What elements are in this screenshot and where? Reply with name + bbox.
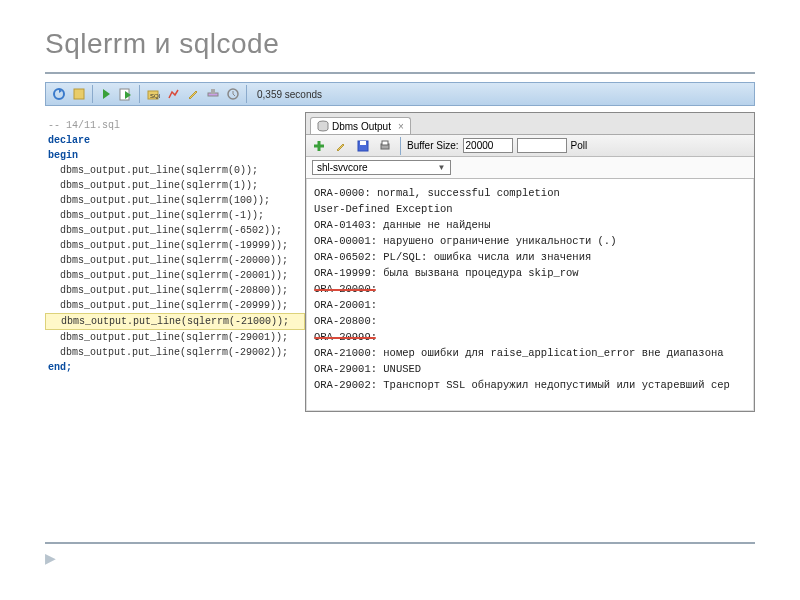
dbms-output-pane: Dbms Output × Buffer Size: Poll shl-svvc… (305, 112, 755, 412)
output-line: ORA-20999: (314, 329, 746, 345)
print-icon[interactable] (376, 137, 394, 155)
output-line: ORA-29001: UNUSED (314, 361, 746, 377)
output-line: ORA-19999: была вызвана процедура skip_r… (314, 265, 746, 281)
output-body: ORA-0000: normal, successful completionU… (306, 179, 754, 411)
output-line: ORA-20000: (314, 281, 746, 297)
connection-selector[interactable]: shl-svvcore ▼ (312, 160, 451, 175)
title-word-1: Sqlerrm (45, 28, 155, 59)
output-line: ORA-06502: PL/SQL: ошибка числа или знач… (314, 249, 746, 265)
slide-title: Sqlerrm и sqlcode (0, 0, 800, 72)
sep (139, 85, 140, 103)
code-line: dbms_output.put_line(sqlerrm(-20000)); (45, 253, 305, 268)
title-divider (45, 72, 755, 74)
code-editor[interactable]: -- 14/11.sql declare begin dbms_output.p… (45, 112, 305, 412)
tab-label: Dbms Output (332, 121, 391, 132)
svg-rect-1 (74, 89, 84, 99)
connection-name: shl-svvcore (317, 162, 368, 173)
code-line: dbms_output.put_line(sqlerrm(-19999)); (45, 238, 305, 253)
sql-toolbar: SQL 0,359 seconds (45, 82, 755, 106)
title-word-3: sqlcode (171, 28, 279, 59)
output-toolbar: Buffer Size: Poll (306, 135, 754, 157)
elapsed-time: 0,359 seconds (257, 89, 322, 100)
svg-rect-6 (211, 89, 215, 94)
sep (246, 85, 247, 103)
main-area: -- 14/11.sql declare begin dbms_output.p… (45, 112, 755, 412)
output-line: ORA-00001: нарушено ограничение уникальн… (314, 233, 746, 249)
output-line: ORA-29002: Транспорт SSL обнаружил недоп… (314, 377, 746, 393)
code-line: dbms_output.put_line(sqlerrm(100)); (45, 193, 305, 208)
edit-icon[interactable] (184, 85, 202, 103)
autotrace-icon[interactable] (164, 85, 182, 103)
refresh-icon[interactable] (50, 85, 68, 103)
tab-dbms-output[interactable]: Dbms Output × (310, 117, 411, 134)
output-line: User-Defined Exception (314, 201, 746, 217)
run-icon[interactable] (97, 85, 115, 103)
buffer-label: Buffer Size: (407, 140, 459, 151)
code-line: dbms_output.put_line(sqlerrm(-1)); (45, 208, 305, 223)
underline-mark (314, 337, 376, 339)
db-icon (317, 120, 329, 132)
code-line: dbms_output.put_line(sqlerrm(-29001)); (45, 330, 305, 345)
output-line: ORA-01403: данные не найдены (314, 217, 746, 233)
play-icon: ▶ (45, 550, 800, 566)
sep (400, 137, 401, 155)
add-icon[interactable] (310, 137, 328, 155)
chevron-down-icon: ▼ (438, 163, 446, 172)
code-line: dbms_output.put_line(sqlerrm(1)); (45, 178, 305, 193)
svg-text:SQL: SQL (150, 93, 160, 99)
underline-mark (314, 289, 376, 291)
explain-icon[interactable]: SQL (144, 85, 162, 103)
code-line: dbms_output.put_line(sqlerrm(-20800)); (45, 283, 305, 298)
code-line: dbms_output.put_line(sqlerrm(-20001)); (45, 268, 305, 283)
footer-divider (45, 542, 755, 544)
poll-interval-input[interactable] (517, 138, 567, 153)
code-line: dbms_output.put_line(sqlerrm(-29002)); (45, 345, 305, 360)
svg-rect-10 (360, 141, 366, 145)
save-icon[interactable] (354, 137, 372, 155)
code-line: dbms_output.put_line(sqlerrm(0)); (45, 163, 305, 178)
code-comment: -- 14/11.sql (45, 118, 305, 133)
edit-icon[interactable] (332, 137, 350, 155)
sep (92, 85, 93, 103)
poll-label: Poll (571, 140, 588, 151)
worksheet-icon[interactable] (70, 85, 88, 103)
run-script-icon[interactable] (117, 85, 135, 103)
code-line: dbms_output.put_line(sqlerrm(-21000)); (45, 313, 305, 330)
history-icon[interactable] (224, 85, 242, 103)
title-word-2: и (155, 28, 171, 59)
svg-rect-12 (382, 141, 388, 145)
kw-declare: declare (45, 133, 305, 148)
code-line: dbms_output.put_line(sqlerrm(-20999)); (45, 298, 305, 313)
clear-icon[interactable] (204, 85, 222, 103)
output-line: ORA-0000: normal, successful completion (314, 185, 746, 201)
buffer-size-input[interactable] (463, 138, 513, 153)
output-line: ORA-21000: номер ошибки для raise_applic… (314, 345, 746, 361)
output-line: ORA-20800: (314, 313, 746, 329)
output-line: ORA-20001: (314, 297, 746, 313)
kw-begin: begin (45, 148, 305, 163)
tab-strip: Dbms Output × (306, 113, 754, 135)
connection-row: shl-svvcore ▼ (306, 157, 754, 179)
kw-end: end; (45, 360, 305, 375)
close-icon[interactable]: × (398, 121, 404, 132)
code-line: dbms_output.put_line(sqlerrm(-6502)); (45, 223, 305, 238)
